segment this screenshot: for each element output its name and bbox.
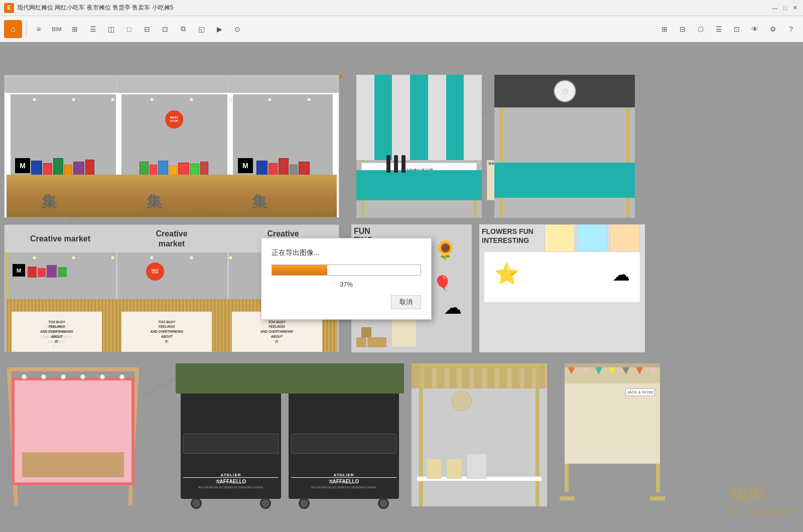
pink-body bbox=[12, 377, 135, 485]
light-bulb-m bbox=[229, 256, 232, 259]
light-bulb bbox=[307, 98, 311, 101]
progress-bar-inner bbox=[272, 265, 327, 275]
sunflower-icon: 🌻 bbox=[434, 239, 457, 260]
main-stall-group: M MEATSTOP M bbox=[4, 75, 339, 218]
products-unit3: M bbox=[235, 110, 331, 176]
window-title: 现代网红摊位 网红小吃车 夜市摊位 售货亭 售卖车 小吃摊5 bbox=[17, 4, 173, 12]
maximize-button[interactable]: □ bbox=[781, 4, 789, 12]
cart-brand-2: ATDLIER 𝓡AFFAELLO MULTIPURPOSE SET SERIE… bbox=[291, 473, 396, 489]
toolbar-btn-sym[interactable]: ⊡ bbox=[157, 21, 173, 37]
progress-dialog: 正在导出图像... 37% 取消 bbox=[261, 238, 432, 320]
dialog-title: 正在导出图像... bbox=[272, 248, 421, 257]
light-bulb-m bbox=[111, 256, 114, 259]
balloons-icon: 🎈 bbox=[433, 275, 452, 292]
progress-bar-outer bbox=[272, 264, 421, 276]
toolbar-btn-bim[interactable]: BIM bbox=[49, 21, 65, 37]
poster-1 bbox=[545, 224, 575, 252]
cart-stall-2: ATDLIER 𝓡AFFAELLO MULTIPURPOSE SET SERIE… bbox=[289, 363, 399, 509]
toolbar-btn-sub[interactable]: ⊟ bbox=[139, 21, 155, 37]
progress-percent: 37% bbox=[272, 281, 421, 288]
toolbar-btn-target[interactable]: ⊙ bbox=[229, 21, 245, 37]
light-bulb bbox=[72, 98, 75, 101]
led-top bbox=[15, 374, 131, 379]
toolbar-btn-corner[interactable]: ◱ bbox=[193, 21, 209, 37]
pink-inner-table bbox=[22, 452, 124, 477]
tent-logo: JACK & ROSE bbox=[625, 388, 655, 396]
wine-bottle-1 bbox=[386, 155, 390, 173]
toolbar-btn-frame[interactable]: ⧉ bbox=[175, 21, 191, 37]
teal-stall: 小吃摊位展示牌 菜单 bbox=[356, 75, 482, 218]
teal-canopy bbox=[356, 75, 482, 160]
white-banner-2: TOO BUSYFEELINGSAND OVERTHINKINGABOUTIT. bbox=[121, 312, 212, 352]
toolbar-right-btn-3[interactable]: ⬡ bbox=[693, 21, 709, 37]
light-string-top bbox=[15, 94, 329, 104]
toolbar-right-btn-1[interactable]: ⊞ bbox=[656, 21, 673, 37]
light-bulb bbox=[229, 98, 232, 101]
toolbar-right-btn-4[interactable]: ☰ bbox=[711, 21, 727, 37]
toolbar-right-btn-help[interactable]: ? bbox=[783, 21, 799, 37]
poster-2 bbox=[577, 224, 607, 252]
tent-body: JACK & ROSE bbox=[565, 383, 660, 464]
creative-header-2: Creativemarket bbox=[116, 225, 227, 252]
table-item-3 bbox=[467, 454, 487, 479]
cloud-icon: ☁ bbox=[444, 297, 462, 318]
scene-background: ▲ znznzmo.com znznzmo.com znznzmo.com zn… bbox=[0, 42, 803, 532]
light-bulb-m bbox=[33, 256, 36, 259]
toolbar-btn-grid[interactable]: ⊞ bbox=[67, 21, 83, 37]
clock-header: 🕐 bbox=[494, 75, 635, 107]
clock-stall-table bbox=[494, 163, 635, 198]
toolbar-right-btn-2[interactable]: ⊟ bbox=[675, 21, 691, 37]
watermark-cn-text: 知末 bbox=[729, 482, 793, 506]
products-unit2: MEATSTOP bbox=[124, 110, 224, 176]
white-banner-1: TOO BUSYFEELINGSAND OVERTHINKINGABOUTIT. bbox=[12, 312, 102, 352]
cart-canopy-2 bbox=[284, 363, 404, 393]
creative-header-1: Creative market bbox=[5, 225, 116, 252]
tent-feet bbox=[560, 496, 665, 506]
toolbar-right-btn-eye[interactable]: 👁 bbox=[747, 21, 763, 37]
light-bulb-m bbox=[190, 256, 193, 259]
minimize-button[interactable]: — bbox=[771, 4, 779, 12]
creative-market-label-1: Creative market bbox=[30, 234, 90, 243]
top-arrow-indicator: ▲ bbox=[337, 71, 344, 79]
creative-market-label-2: Creativemarket bbox=[156, 229, 187, 248]
cloud-right-icon: ☁ bbox=[612, 264, 630, 285]
toolbar-btn-box[interactable]: □ bbox=[121, 21, 137, 37]
clock-stall: 🕐 bbox=[494, 75, 635, 218]
meat-stop-badge: MEATSTOP bbox=[146, 262, 164, 281]
light-bulb bbox=[33, 98, 36, 101]
cart-body-2: ATDLIER 𝓡AFFAELLO MULTIPURPOSE SET SERIE… bbox=[289, 393, 399, 499]
toolbar-btn-split[interactable]: ◫ bbox=[103, 21, 119, 37]
clock-face: 🕐 bbox=[554, 80, 576, 102]
toolbar-right-btn-5[interactable]: ⊡ bbox=[729, 21, 745, 37]
light-bulb bbox=[190, 98, 193, 101]
toolbar-btn-list[interactable]: ☰ bbox=[85, 21, 101, 37]
light-bulb-m bbox=[150, 256, 154, 259]
counter-char-1: 集 bbox=[42, 192, 57, 212]
light-bulb bbox=[150, 98, 154, 101]
cart-wheels-2 bbox=[299, 498, 389, 509]
cancel-button[interactable]: 取消 bbox=[391, 295, 421, 309]
close-button[interactable]: ✕ bbox=[791, 4, 799, 12]
toolbar-right-btn-settings[interactable]: ⚙ bbox=[765, 21, 781, 37]
toolbar: ⌂ ≡ BIM ⊞ ☰ ◫ □ ⊟ ⊡ ⧉ ◱ ▶ ⊙ ⊞ ⊟ ⬡ ☰ ⊡ 👁 … bbox=[0, 16, 803, 42]
light-bulb bbox=[268, 98, 272, 101]
flowers-fun-stall: FLOWERS FUNINTERESTING 🌻 ⭐ ☁ bbox=[479, 224, 645, 352]
watermark-6: znznzmo.com bbox=[141, 374, 177, 399]
wood-frame-stall bbox=[412, 363, 547, 506]
toolbar-btn-menu[interactable]: ≡ bbox=[31, 21, 47, 37]
title-bar-left: E 现代网红摊位 网红小吃车 夜市摊位 售货亭 售卖车 小吃摊5 bbox=[4, 3, 173, 13]
cart-canopy-1 bbox=[176, 363, 286, 393]
white-backdrop: ⭐ ☁ bbox=[484, 252, 640, 302]
cart-stall-1: ATDLIER 𝓡AFFAELLO MULTIPURPOSE SET SERIE… bbox=[181, 363, 281, 509]
wooden-counter: 集 集 集 bbox=[7, 175, 337, 217]
tent-stall: JACK & ROSE bbox=[555, 363, 670, 506]
light-bulb-m bbox=[72, 256, 75, 259]
toolbar-right: ⊞ ⊟ ⬡ ☰ ⊡ 👁 ⚙ ? bbox=[656, 21, 799, 37]
cart-body-1: ATDLIER 𝓡AFFAELLO MULTIPURPOSE SET SERIE… bbox=[181, 393, 281, 499]
home-button[interactable]: ⌂ bbox=[4, 20, 22, 38]
toolbar-btn-play[interactable]: ▶ bbox=[211, 21, 227, 37]
light-bulb bbox=[111, 98, 114, 101]
star-icon: ⭐ bbox=[494, 262, 519, 286]
wine-bottle-3 bbox=[401, 155, 406, 173]
watermark-id-text: ID: 1150016199 bbox=[729, 506, 793, 517]
